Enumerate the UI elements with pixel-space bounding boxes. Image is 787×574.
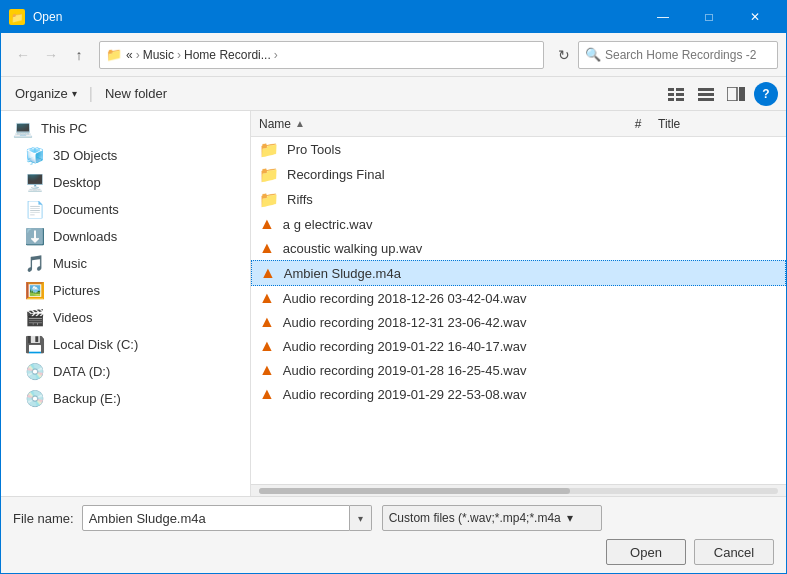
details-view-button[interactable] <box>692 80 720 108</box>
preview-pane-icon <box>727 87 745 101</box>
list-item[interactable]: ▲ Audio recording 2019-01-29 22-53-08.wa… <box>251 382 786 406</box>
sidebar-item-desktop[interactable]: 🖥️ Desktop <box>1 169 250 196</box>
filename-label: File name: <box>13 511 74 526</box>
file-name-label: Audio recording 2018-12-26 03-42-04.wav <box>283 291 618 306</box>
horizontal-scrollbar[interactable] <box>251 484 786 496</box>
sidebar-item-music[interactable]: 🎵 Music <box>1 250 250 277</box>
sidebar-label-pictures: Pictures <box>53 283 100 298</box>
file-name-label: Ambien Sludge.m4a <box>284 266 617 281</box>
search-input[interactable] <box>605 48 771 62</box>
search-box[interactable]: 🔍 <box>578 41 778 69</box>
local-disk-c-icon: 💾 <box>25 335 45 354</box>
cancel-button[interactable]: Cancel <box>694 539 774 565</box>
column-title-header[interactable]: Title <box>658 117 778 131</box>
sidebar-item-this-pc[interactable]: 💻 This PC <box>1 115 250 142</box>
sidebar-item-local-disk-c[interactable]: 💾 Local Disk (C:) <box>1 331 250 358</box>
navigation-toolbar: ← → ↑ 📁 « › Music › Home Recordi... › ↻ … <box>1 33 786 77</box>
desktop-icon: 🖥️ <box>25 173 45 192</box>
file-name-label: Riffs <box>287 192 618 207</box>
filetype-arrow-icon: ▾ <box>567 511 595 525</box>
up-button[interactable]: ↑ <box>65 41 93 69</box>
svg-rect-5 <box>676 98 684 101</box>
folder-icon: 📁 <box>259 140 279 159</box>
svg-rect-8 <box>698 98 714 101</box>
svg-rect-6 <box>698 88 714 91</box>
preview-pane-button[interactable] <box>722 80 750 108</box>
audio-file-icon: ▲ <box>259 361 275 379</box>
toolbar-separator: | <box>89 85 93 103</box>
organize-button[interactable]: Organize ▾ <box>9 83 83 104</box>
filetype-dropdown[interactable]: Custom files (*.wav;*.mp4;*.m4a ▾ <box>382 505 602 531</box>
filetype-label: Custom files (*.wav;*.mp4;*.m4a <box>389 511 561 525</box>
back-button[interactable]: ← <box>9 41 37 69</box>
file-name-label: Audio recording 2019-01-28 16-25-45.wav <box>283 363 618 378</box>
address-path: « › Music › Home Recordi... › <box>126 48 281 62</box>
sidebar-label-data-d: DATA (D:) <box>53 364 110 379</box>
sidebar-item-backup-e[interactable]: 💿 Backup (E:) <box>1 385 250 412</box>
new-folder-button[interactable]: New folder <box>99 83 173 104</box>
file-list: 📁 Pro Tools 📁 Recordings Final 📁 Riffs <box>251 137 786 484</box>
file-name-label: Audio recording 2019-01-22 16-40-17.wav <box>283 339 618 354</box>
address-folder-icon: 📁 <box>106 47 122 62</box>
minimize-button[interactable]: — <box>640 1 686 33</box>
list-item[interactable]: ▲ a g electric.wav <box>251 212 786 236</box>
list-item[interactable]: ▲ Ambien Sludge.m4a <box>251 260 786 286</box>
bottom-bar: File name: ▾ Custom files (*.wav;*.mp4;*… <box>1 496 786 573</box>
list-item[interactable]: ▲ Audio recording 2019-01-28 16-25-45.wa… <box>251 358 786 382</box>
address-music: Music <box>143 48 174 62</box>
forward-button[interactable]: → <box>37 41 65 69</box>
svg-rect-2 <box>668 93 674 96</box>
music-icon: 🎵 <box>25 254 45 273</box>
list-item[interactable]: 📁 Riffs <box>251 187 786 212</box>
sidebar-item-3d-objects[interactable]: 🧊 3D Objects <box>1 142 250 169</box>
audio-file-icon: ▲ <box>259 313 275 331</box>
sidebar-item-documents[interactable]: 📄 Documents <box>1 196 250 223</box>
close-button[interactable]: ✕ <box>732 1 778 33</box>
sidebar-label-local-disk-c: Local Disk (C:) <box>53 337 138 352</box>
file-name-label: Recordings Final <box>287 167 618 182</box>
audio-file-icon: ▲ <box>259 337 275 355</box>
column-name-label: Name <box>259 117 291 131</box>
help-button[interactable]: ? <box>754 82 778 106</box>
file-name-label: acoustic walking up.wav <box>283 241 618 256</box>
audio-file-icon: ▲ <box>260 264 276 282</box>
list-item[interactable]: ▲ Audio recording 2018-12-26 03-42-04.wa… <box>251 286 786 310</box>
file-name-label: Audio recording 2019-01-29 22-53-08.wav <box>283 387 618 402</box>
column-hash-header[interactable]: # <box>618 117 658 131</box>
address-bar[interactable]: 📁 « › Music › Home Recordi... › <box>99 41 544 69</box>
action-buttons-row: Open Cancel <box>13 539 774 565</box>
folder-icon: 📁 <box>259 190 279 209</box>
sidebar-item-data-d[interactable]: 💿 DATA (D:) <box>1 358 250 385</box>
secondary-toolbar: Organize ▾ | New folder <box>1 77 786 111</box>
column-name-header[interactable]: Name ▲ <box>259 117 618 131</box>
sidebar: 💻 This PC 🧊 3D Objects 🖥️ Desktop 📄 Docu… <box>1 111 251 496</box>
sidebar-label-videos: Videos <box>53 310 93 325</box>
filename-row: File name: ▾ Custom files (*.wav;*.mp4;*… <box>13 505 774 531</box>
list-item[interactable]: 📁 Recordings Final <box>251 162 786 187</box>
filename-dropdown-button[interactable]: ▾ <box>350 505 372 531</box>
svg-rect-7 <box>698 93 714 96</box>
folder-icon: 📁 <box>259 165 279 184</box>
sidebar-item-pictures[interactable]: 🖼️ Pictures <box>1 277 250 304</box>
list-view-button[interactable] <box>662 80 690 108</box>
audio-file-icon: ▲ <box>259 239 275 257</box>
address-prefix: « <box>126 48 133 62</box>
organize-label: Organize <box>15 86 68 101</box>
sidebar-label-backup-e: Backup (E:) <box>53 391 121 406</box>
backup-e-icon: 💿 <box>25 389 45 408</box>
sidebar-label-desktop: Desktop <box>53 175 101 190</box>
list-item[interactable]: 📁 Pro Tools <box>251 137 786 162</box>
list-item[interactable]: ▲ acoustic walking up.wav <box>251 236 786 260</box>
sidebar-item-downloads[interactable]: ⬇️ Downloads <box>1 223 250 250</box>
refresh-button[interactable]: ↻ <box>550 41 578 69</box>
open-button[interactable]: Open <box>606 539 686 565</box>
sidebar-item-videos[interactable]: 🎬 Videos <box>1 304 250 331</box>
view-buttons <box>662 80 750 108</box>
details-view-icon <box>698 87 714 101</box>
audio-file-icon: ▲ <box>259 289 275 307</box>
filename-input[interactable] <box>82 505 350 531</box>
organize-arrow-icon: ▾ <box>72 88 77 99</box>
list-item[interactable]: ▲ Audio recording 2019-01-22 16-40-17.wa… <box>251 334 786 358</box>
list-item[interactable]: ▲ Audio recording 2018-12-31 23-06-42.wa… <box>251 310 786 334</box>
maximize-button[interactable]: □ <box>686 1 732 33</box>
